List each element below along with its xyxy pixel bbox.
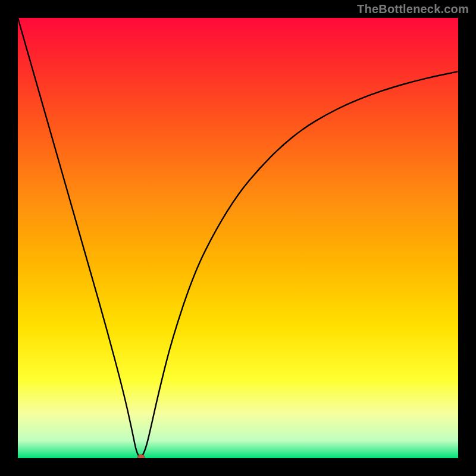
bottleneck-chart — [18, 18, 458, 458]
gradient-background — [18, 18, 458, 458]
chart-frame: TheBottleneck.com — [0, 0, 476, 476]
watermark-text: TheBottleneck.com — [357, 2, 469, 16]
plot-area — [18, 18, 458, 458]
